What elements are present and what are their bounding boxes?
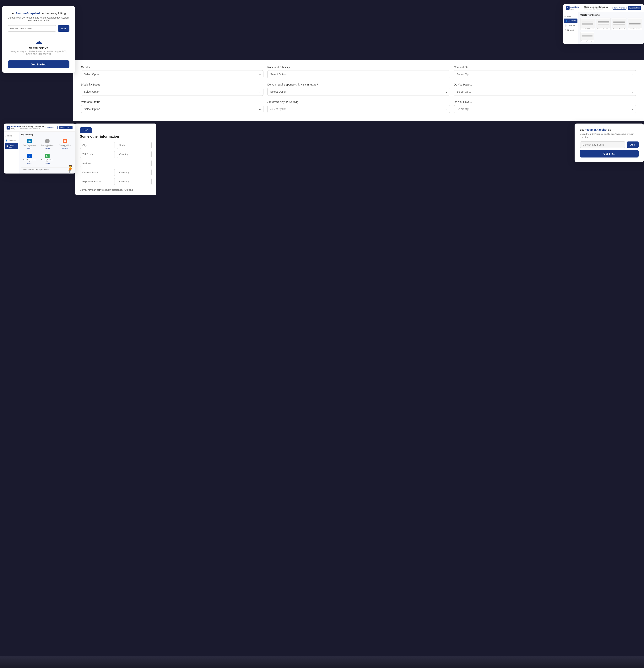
skills-input[interactable] xyxy=(8,25,56,32)
city-input[interactable] xyxy=(80,142,115,149)
resume-grid: Samantha_UXDesigner Samantha_ProductDesi… xyxy=(580,18,642,30)
sidebar-item-home[interactable]: ⌂ Home xyxy=(563,14,578,18)
logo-sub: apply xyxy=(570,8,579,10)
get-started-button-bottom[interactable]: Get Sta... xyxy=(580,150,639,157)
veterans-status-select[interactable]: Select Option xyxy=(81,105,264,113)
zip-code-input[interactable] xyxy=(80,151,115,158)
resume-section-title: Update Your Resume xyxy=(580,14,642,16)
logo-bottom: S savetime apply xyxy=(6,125,20,130)
upgrade-plan-button[interactable]: Upgrade Plan xyxy=(628,6,641,10)
jira-icon: J xyxy=(27,154,32,158)
get-started-button[interactable]: Get Started xyxy=(8,60,69,68)
preferred-working-field-group: Preferred Way of Working Select Option xyxy=(267,100,450,113)
security-clearance-label: Do you have an active security clearance… xyxy=(80,188,152,191)
view-all-5[interactable]: View All xyxy=(41,163,54,164)
invite-friends-button-bottom[interactable]: Invite Friends xyxy=(44,126,58,129)
job-diary-title: My Job Diary xyxy=(21,134,73,136)
gender-field-group: Gender Select Option xyxy=(81,66,264,78)
cloud-upload-icon: ☁ xyxy=(10,37,67,46)
job-count-1: Total Applied Jobs 20 xyxy=(23,144,36,148)
race-ethnicity-select[interactable]: Select Option xyxy=(267,70,450,78)
add-button[interactable]: Add xyxy=(58,25,69,32)
upload-description: or drag and drop your file into this box… xyxy=(10,50,67,56)
criminal-status-label: Criminal Sta... xyxy=(454,66,636,69)
criminal-status-select[interactable]: Select Opt... xyxy=(454,70,636,78)
job-card-info: i Total Applied Jobs 20 View All xyxy=(39,137,56,151)
job-count-2: Total Applied Jobs 20 xyxy=(41,144,54,148)
some-other-info-title: Some other information xyxy=(80,135,152,139)
state-input[interactable] xyxy=(117,142,152,149)
upgrade-plan-button-bottom[interactable]: Upgrade Plan xyxy=(59,126,73,129)
resume-thumbnail-5[interactable]: Samantha_Resume_05 xyxy=(580,32,594,42)
track-job-icon: 📋 xyxy=(565,25,567,27)
view-all-3[interactable]: View All xyxy=(58,148,72,149)
view-all-4[interactable]: View All xyxy=(23,163,36,164)
disability-status-select[interactable]: Select Option xyxy=(81,88,264,96)
my-vault-icon: 🗄 xyxy=(565,29,566,31)
sidebar-item-about-me[interactable]: 👤 About Me xyxy=(564,18,578,23)
sidebar-bottom-about-me[interactable]: 👤 About Me xyxy=(4,138,19,143)
gender-label: Gender xyxy=(81,66,264,69)
brand-name-bottom: ResumeSnapshot xyxy=(584,128,607,131)
gender-select[interactable]: Select Option xyxy=(81,70,264,78)
home-icon: ⌂ xyxy=(565,15,566,17)
sidebar-bottom-label-about-me: About Me xyxy=(9,139,16,141)
resume-name-3: Samantha_Resume_05 xyxy=(612,28,626,29)
resume-name-4: Samantha_Resume xyxy=(628,28,642,29)
do-you-have-2-select[interactable]: Select Opt... xyxy=(454,105,636,113)
job-card-jira: J Total Applied Jobs 20 View All xyxy=(21,152,38,166)
sidebar-label-track-job: Track Job xyxy=(568,25,575,27)
job-icons-grid: in Total Applied Jobs 20 View All i Tota… xyxy=(21,137,73,166)
resume-snapshot-card-top: Let ResumeSnapshot do the heavy Lifting!… xyxy=(2,6,75,73)
do-you-have-2-field-group: Do You Have... Select Opt... xyxy=(454,100,636,113)
disability-status-field-group: Disability Status Select Option xyxy=(81,83,264,96)
logo: S savetime apply xyxy=(566,6,579,10)
about-me-icon: 👤 xyxy=(565,20,567,22)
race-ethnicity-label: Race and Ethnicity xyxy=(267,66,450,69)
logo-text: savetime xyxy=(570,6,579,8)
view-all-2[interactable]: View All xyxy=(41,148,54,149)
welcome-text-bottom: Welcome to SaveTimeApply! xyxy=(20,128,44,130)
sidebar-item-my-vault[interactable]: 🗄 My Vault xyxy=(563,28,578,32)
sidebar-bottom-track-job[interactable]: 📋 Track Job xyxy=(5,143,18,149)
sponsorship-visa-select[interactable]: Select Option xyxy=(267,88,450,96)
resume-thumbnail-2[interactable]: Samantha_ProductDesign xyxy=(596,18,611,30)
resume-snapshot-card-bottom: Let ResumeSnapshot do Upload your CV/Res… xyxy=(575,123,644,162)
resume-thumbnail-4[interactable]: Samantha_Resume xyxy=(628,18,642,30)
sidebar: ⌂ Home 👤 About Me 📋 Track Job 🗄 My Vault xyxy=(563,12,578,44)
currency-2-input[interactable] xyxy=(117,178,152,185)
about-me-icon-bottom: 👤 xyxy=(5,139,7,141)
sidebar-item-track-job[interactable]: 📋 Track Job xyxy=(563,23,578,28)
section-tab: Sec xyxy=(80,127,92,133)
character-illustration: 🧍 xyxy=(66,164,75,173)
do-you-have-select[interactable]: Select Opt... xyxy=(454,88,636,96)
headline: Let ResumeSnapshot do the heavy Lifting! xyxy=(8,11,69,16)
currency-1-input[interactable] xyxy=(117,169,152,176)
dashboard-header: S savetime apply Good Morning, Samantha … xyxy=(563,4,644,12)
invite-friends-button[interactable]: Invite Friends xyxy=(613,6,626,10)
country-input[interactable] xyxy=(117,151,152,158)
disability-status-label: Disability Status xyxy=(81,83,264,86)
home-icon-bottom: ⌂ xyxy=(5,135,6,137)
current-salary-input[interactable] xyxy=(80,169,115,176)
expected-salary-input[interactable] xyxy=(80,178,115,185)
green-icon: G xyxy=(45,154,50,158)
some-other-information-panel: Sec Some other information Do you have a… xyxy=(75,123,156,195)
preferred-working-select[interactable]: Select Option xyxy=(267,105,450,113)
dashboard-main-bottom: My Job Diary in Total Applied Jobs 20 Vi… xyxy=(19,132,75,173)
add-button-bottom[interactable]: Add xyxy=(627,141,639,148)
track-job-icon-bottom: 📋 xyxy=(6,145,8,147)
main-form-area: Gender Select Option Race and Ethnicity … xyxy=(73,60,644,121)
do-you-have-field-group: Do You Have... Select Opt... xyxy=(454,83,636,96)
resume-thumbnail-3[interactable]: Samantha_Resume_05 xyxy=(612,18,626,30)
resume-thumbnail-1[interactable]: Samantha_UXDesigner xyxy=(580,18,595,30)
address-input[interactable] xyxy=(80,160,152,167)
other-info-grid: Do you have an active security clearance… xyxy=(80,142,152,191)
job-count-3: Total Applied Jobs 20 xyxy=(58,144,72,148)
logo-icon: S xyxy=(566,6,569,10)
greeting: Good Morning, Samantha xyxy=(584,6,608,8)
sponsorship-visa-label: Do you require sponsorship visa in futur… xyxy=(267,83,450,86)
view-all-1[interactable]: View All xyxy=(23,148,36,149)
skills-input-bottom[interactable] xyxy=(580,141,625,148)
sidebar-bottom-home[interactable]: ⌂ Home xyxy=(4,134,19,138)
